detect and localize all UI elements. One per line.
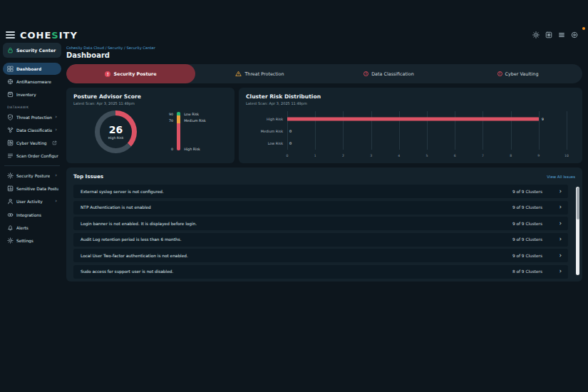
posture-score-gauge: 26 High Risk bbox=[95, 110, 137, 153]
x-axis-tick: 0 bbox=[287, 154, 289, 158]
sidebar-item-user-activity[interactable]: User Activity› bbox=[3, 195, 61, 207]
tab-threat-protection[interactable]: Threat Protection bbox=[195, 64, 324, 83]
sidebar-header-security-center[interactable]: Security Center bbox=[3, 43, 61, 58]
error-circle-icon: ! bbox=[105, 71, 110, 77]
cyber-vaulting-icon bbox=[7, 140, 14, 146]
issue-text: External syslog server is not configured… bbox=[81, 190, 164, 194]
issue-row[interactable]: External syslog server is not configured… bbox=[73, 185, 568, 198]
antiransomware-icon bbox=[7, 78, 14, 85]
brightness-icon[interactable] bbox=[532, 31, 540, 38]
scrollbar-thumb[interactable] bbox=[577, 187, 579, 220]
tab-security-posture[interactable]: !Security Posture bbox=[66, 64, 195, 83]
x-axis-tick: 10 bbox=[564, 154, 569, 158]
top-bar: COHESITY bbox=[6, 27, 582, 43]
sidebar-item-security-posture[interactable]: Security Posture› bbox=[3, 170, 61, 182]
gauge-legend: 90Low Risk70Medium Risk0High Risk bbox=[167, 110, 227, 152]
bar-value: 9 bbox=[542, 117, 544, 121]
sidebar-item-inventory[interactable]: Inventory bbox=[3, 88, 61, 100]
chevron-right-icon: › bbox=[55, 128, 58, 133]
tab-data-classification[interactable]: !Data Classification bbox=[324, 64, 453, 83]
notification-dot bbox=[582, 27, 585, 30]
issue-row[interactable]: Audit Log retention period is less than … bbox=[73, 233, 568, 247]
chevron-right-icon[interactable]: › bbox=[559, 221, 562, 227]
chevron-right-icon[interactable]: › bbox=[559, 189, 562, 195]
integrations-icon bbox=[7, 212, 14, 218]
sidebar-item-settings[interactable]: Settings bbox=[3, 234, 61, 247]
card-title: Cluster Risk Distribution bbox=[246, 93, 575, 100]
sidebar-item-threat-protection[interactable]: Threat Protection› bbox=[3, 111, 61, 123]
legend-value: 0 bbox=[171, 148, 173, 151]
sidebar-item-label: AntiRansomware bbox=[16, 80, 51, 84]
scan-order-icon bbox=[7, 153, 14, 159]
issue-row[interactable]: Login banner is not enabled. It is displ… bbox=[73, 217, 568, 230]
view-all-issues-link[interactable]: View All Issues bbox=[547, 175, 575, 179]
legend-label: Low Risk bbox=[184, 113, 199, 116]
hamburger-menu-icon[interactable] bbox=[6, 31, 15, 38]
sidebar-item-scan-order-configuration[interactable]: Scan Order Configuration bbox=[3, 150, 61, 162]
issue-text: Local User Two-factor authentication is … bbox=[81, 254, 188, 258]
tab-bar: !Security PostureThreat Protection!Data … bbox=[66, 64, 582, 83]
issue-cluster-count: 9 of 9 Clusters bbox=[512, 254, 542, 258]
sidebar-section-label: DATAHAWK bbox=[7, 105, 61, 109]
issue-row[interactable]: Local User Two-factor authentication is … bbox=[73, 249, 568, 262]
top-issues-card: Top Issues View All Issues External sysl… bbox=[66, 167, 582, 282]
apps-icon[interactable] bbox=[545, 31, 552, 38]
issue-row[interactable]: Sudo access for support user is not disa… bbox=[73, 265, 568, 279]
chevron-right-icon[interactable]: › bbox=[559, 205, 562, 210]
chart-gridline bbox=[567, 111, 567, 150]
chevron-right-icon[interactable]: › bbox=[559, 237, 562, 242]
help-icon[interactable] bbox=[571, 31, 578, 38]
risk-scale-bar bbox=[177, 112, 180, 150]
settings-icon bbox=[7, 237, 14, 244]
sidebar-tertiary-group: IntegrationsAlertsSettings bbox=[3, 209, 61, 247]
tab-label: Security Posture bbox=[113, 71, 156, 77]
cluster-risk-distribution-card: Cluster Risk Distribution Latest Scan: A… bbox=[239, 88, 582, 163]
sidebar-item-alerts[interactable]: Alerts bbox=[3, 222, 61, 234]
chevron-right-icon[interactable]: › bbox=[559, 253, 562, 259]
chart-plot-area: 012345678910900 bbox=[287, 111, 567, 150]
card-title: Posture Advisor Score bbox=[73, 93, 227, 100]
sidebar-item-label: User Activity bbox=[16, 200, 43, 204]
tab-cyber-vaulting[interactable]: !Cyber Vaulting bbox=[453, 64, 582, 83]
tab-label: Threat Protection bbox=[244, 71, 284, 77]
sidebar-item-cyber-vaulting[interactable]: Cyber Vaulting bbox=[3, 137, 61, 149]
sidebar-item-integrations[interactable]: Integrations bbox=[3, 209, 61, 221]
app-root: COHESITY Security Center DashboardAntiRa… bbox=[0, 0, 588, 392]
gauge-center: 26 High Risk bbox=[100, 115, 132, 148]
sensitive-data-icon bbox=[7, 185, 14, 192]
table-icon[interactable] bbox=[558, 31, 565, 38]
issue-text: Sudo access for support user is not disa… bbox=[81, 269, 173, 274]
cluster-risk-chart: 012345678910900 High RiskMedium RiskLow … bbox=[246, 111, 575, 158]
sidebar-item-antiransomware[interactable]: AntiRansomware bbox=[3, 76, 61, 88]
chevron-right-icon: › bbox=[55, 199, 58, 204]
chevron-right-icon[interactable]: › bbox=[559, 269, 562, 274]
sidebar-item-label: Settings bbox=[16, 239, 33, 243]
issues-list: External syslog server is not configured… bbox=[73, 185, 568, 279]
sidebar-item-sensitive-data-posture[interactable]: Sensitive Data Posture bbox=[3, 182, 61, 195]
sidebar: Security Center DashboardAntiRansomwareI… bbox=[3, 43, 61, 247]
sidebar-item-label: Security Posture bbox=[16, 174, 50, 178]
sidebar-item-label: Data Classification bbox=[16, 128, 52, 133]
sidebar-item-dashboard[interactable]: Dashboard bbox=[3, 63, 61, 75]
sidebar-title: Security Center bbox=[16, 48, 56, 53]
logo-text: COHE bbox=[20, 30, 51, 41]
warning-triangle-icon bbox=[235, 71, 242, 77]
gauge-wrap: 26 High Risk 90Low Risk70Medium Risk0Hig… bbox=[73, 110, 227, 153]
sidebar-item-label: Scan Order Configuration bbox=[16, 154, 58, 158]
issue-cluster-count: 8 of 9 Clusters bbox=[512, 269, 542, 274]
issue-cluster-count: 9 of 9 Clusters bbox=[512, 237, 542, 242]
logo-text: ITY bbox=[59, 30, 78, 41]
sidebar-item-label: Sensitive Data Posture bbox=[16, 187, 58, 191]
y-axis-category: Low Risk bbox=[246, 141, 283, 145]
chevron-right-icon: › bbox=[55, 115, 58, 120]
issue-row[interactable]: NTP Authentication is not enabled9 of 9 … bbox=[73, 201, 568, 215]
legend-value: 90 bbox=[169, 113, 173, 116]
breadcrumb[interactable]: Cohesity Data Cloud / Security / Securit… bbox=[66, 46, 582, 50]
sidebar-item-label: Integrations bbox=[16, 213, 41, 217]
sidebar-item-data-classification[interactable]: Data Classification› bbox=[3, 124, 61, 136]
bar-high-risk[interactable] bbox=[287, 117, 539, 120]
x-axis-tick: 9 bbox=[537, 154, 540, 158]
issues-scrollbar[interactable] bbox=[576, 187, 579, 275]
issue-cluster-count: 9 of 9 Clusters bbox=[512, 205, 542, 210]
chart-gridline bbox=[539, 111, 540, 150]
